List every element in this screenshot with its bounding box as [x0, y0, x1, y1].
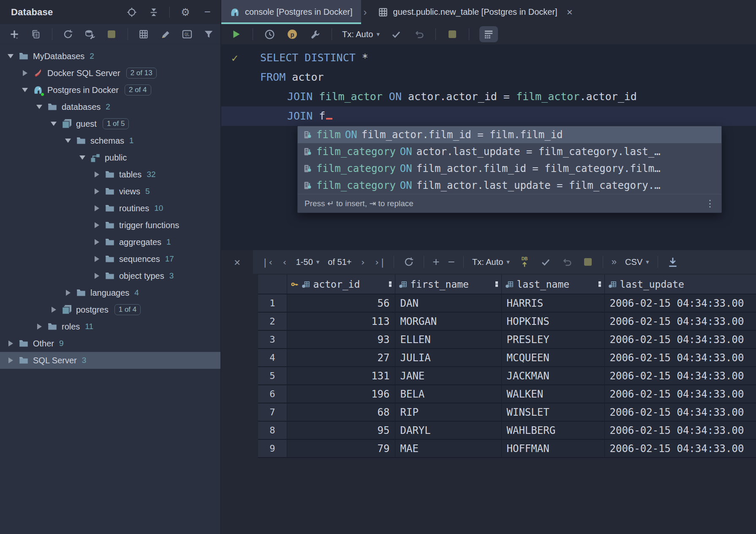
sql-editor[interactable]: ✓SELECT DISTINCT *FROM actorJOIN film_ac…: [221, 44, 756, 250]
completion-item-1[interactable]: film ON film_actor.film_id = film.film_i…: [298, 126, 721, 143]
row-number[interactable]: 4: [258, 349, 287, 367]
export-format-dropdown[interactable]: CSV ▾: [625, 257, 649, 267]
edit-icon[interactable]: [160, 28, 171, 41]
tree-item-postgres-in-docker[interactable]: Postgres in Docker2 of 4: [0, 82, 220, 98]
run-icon[interactable]: [230, 28, 242, 41]
code-line-3[interactable]: JOIN film_actor ON actor.actor_id = film…: [221, 87, 756, 106]
add-row-button[interactable]: +: [432, 256, 439, 268]
delete-row-button[interactable]: −: [448, 256, 455, 268]
close-icon[interactable]: ×: [567, 7, 573, 17]
expand-arrow-closed-icon[interactable]: [93, 222, 101, 228]
tx-mode-dropdown[interactable]: Tx: Auto ▾: [472, 257, 510, 267]
expand-arrow-closed-icon[interactable]: [93, 172, 101, 177]
tree-item-docker-sql-server[interactable]: Docker SQL Server2 of 13: [0, 65, 220, 82]
cell-last_update[interactable]: 2006-02-15 04:34:33.00: [604, 421, 756, 439]
tree-item-mydatabases[interactable]: MyDatabases2: [0, 48, 220, 65]
stop-icon[interactable]: [106, 28, 117, 41]
cell-last_update[interactable]: 2006-02-15 04:34:33.00: [604, 294, 756, 312]
row-number[interactable]: 7: [258, 403, 287, 421]
tree-item-sql-server[interactable]: SQL Server3: [0, 352, 220, 369]
table-icon[interactable]: [138, 28, 150, 41]
cell-first_name[interactable]: DAN: [395, 294, 501, 312]
expand-arrow-open-icon[interactable]: [79, 155, 86, 160]
first-page-button[interactable]: |‹: [262, 257, 274, 267]
cell-last_update[interactable]: 2006-02-15 04:34:33.00: [604, 330, 756, 349]
row-number[interactable]: 2: [258, 312, 287, 330]
data-source-properties-icon[interactable]: [84, 28, 95, 41]
cell-first_name[interactable]: JANE: [395, 367, 501, 385]
hide-icon[interactable]: −: [201, 6, 214, 19]
cell-last_name[interactable]: HARRIS: [501, 294, 604, 312]
cell-first_name[interactable]: JULIA: [395, 349, 501, 367]
history-clock-icon[interactable]: [263, 28, 276, 41]
duplicate-icon[interactable]: [30, 28, 41, 41]
cell-actor_id[interactable]: 79: [287, 439, 395, 458]
tree-item-public[interactable]: public: [0, 149, 220, 166]
expand-arrow-open-icon[interactable]: [21, 88, 29, 92]
tree-item-views[interactable]: views5: [0, 183, 220, 200]
code-line-1[interactable]: ✓SELECT DISTINCT *: [221, 48, 756, 68]
tx-mode-dropdown[interactable]: Tx: Auto ▾: [342, 30, 380, 39]
row-number[interactable]: 9: [258, 439, 287, 458]
expand-arrow-closed-icon[interactable]: [21, 70, 29, 76]
tree-item-other[interactable]: Other9: [0, 335, 220, 352]
cell-actor_id[interactable]: 95: [287, 421, 395, 439]
code-line-4[interactable]: JOIN f: [221, 106, 756, 126]
close-results-icon[interactable]: ×: [234, 257, 240, 268]
cell-last_name[interactable]: HOFFMAN: [501, 439, 604, 458]
row-number[interactable]: 6: [258, 385, 287, 403]
cell-first_name[interactable]: DARYL: [395, 421, 501, 439]
expand-arrow-open-icon[interactable]: [35, 105, 43, 109]
cell-last_name[interactable]: PRESLEY: [501, 330, 604, 349]
page-range-dropdown[interactable]: 1-50 ▾: [296, 257, 320, 267]
column-header-last_update[interactable]: last_update: [604, 275, 756, 294]
commit-icon[interactable]: [539, 256, 552, 268]
expand-arrow-closed-icon[interactable]: [93, 205, 101, 211]
cell-last_update[interactable]: 2006-02-15 04:34:33.00: [604, 367, 756, 385]
expand-arrow-closed-icon[interactable]: [35, 324, 43, 330]
expand-arrow-open-icon[interactable]: [64, 139, 72, 143]
tree-item-databases[interactable]: databases2: [0, 98, 220, 115]
column-header-actor_id[interactable]: actor_id: [287, 275, 395, 294]
sort-icon[interactable]: [598, 281, 601, 287]
cell-first_name[interactable]: BELA: [395, 385, 501, 403]
tree-item-aggregates[interactable]: aggregates1: [0, 234, 220, 251]
cell-last_update[interactable]: 2006-02-15 04:34:33.00: [604, 403, 756, 421]
cell-actor_id[interactable]: 113: [287, 312, 395, 330]
reload-page-icon[interactable]: [402, 256, 415, 268]
commit-icon[interactable]: [390, 28, 402, 41]
submit-db-icon[interactable]: DB: [518, 256, 531, 268]
row-number[interactable]: 5: [258, 367, 287, 385]
tree-item-tables[interactable]: tables32: [0, 166, 220, 183]
settings-gear-icon[interactable]: ⚙: [179, 6, 192, 19]
code-line-2[interactable]: FROM actor: [221, 68, 756, 87]
more-actions-icon[interactable]: »: [612, 256, 617, 267]
tab-new-table[interactable]: guest.public.new_table [Postgres in Dock…: [370, 0, 581, 24]
tree-item-sequences[interactable]: sequences17: [0, 251, 220, 267]
last-page-button[interactable]: ›|: [374, 257, 386, 267]
expand-arrow-closed-icon[interactable]: [93, 273, 101, 279]
postgres-session-icon[interactable]: p: [286, 28, 299, 41]
tree-item-routines[interactable]: routines10: [0, 200, 220, 217]
download-icon[interactable]: [666, 256, 679, 268]
cell-last_name[interactable]: MCQUEEN: [501, 349, 604, 367]
row-number[interactable]: 3: [258, 330, 287, 349]
cell-last_name[interactable]: WALKEN: [501, 385, 604, 403]
wrench-icon[interactable]: [309, 28, 321, 41]
cell-last_update[interactable]: 2006-02-15 04:34:33.00: [604, 439, 756, 458]
tree-item-schemas[interactable]: schemas1: [0, 132, 220, 149]
cell-last_update[interactable]: 2006-02-15 04:34:33.00: [604, 385, 756, 403]
chevron-right-icon[interactable]: ›: [361, 0, 370, 24]
sort-icon[interactable]: [389, 281, 392, 287]
view-options-icon[interactable]: [479, 26, 498, 42]
tree-item-roles[interactable]: roles11: [0, 318, 220, 335]
row-number[interactable]: 8: [258, 421, 287, 439]
kebab-menu-icon[interactable]: ⋮: [705, 198, 715, 209]
query-console-icon[interactable]: QL: [181, 28, 193, 41]
tree-item-trigger-functions[interactable]: trigger functions: [0, 217, 220, 234]
tree-item-guest[interactable]: guest1 of 5: [0, 115, 220, 132]
expand-arrow-closed-icon[interactable]: [93, 239, 101, 245]
completion-item-3[interactable]: film_category ON film_actor.film_id = fi…: [298, 160, 721, 177]
column-header-last_name[interactable]: last_name: [501, 275, 604, 294]
tab-console[interactable]: console [Postgres in Docker]: [221, 0, 361, 24]
